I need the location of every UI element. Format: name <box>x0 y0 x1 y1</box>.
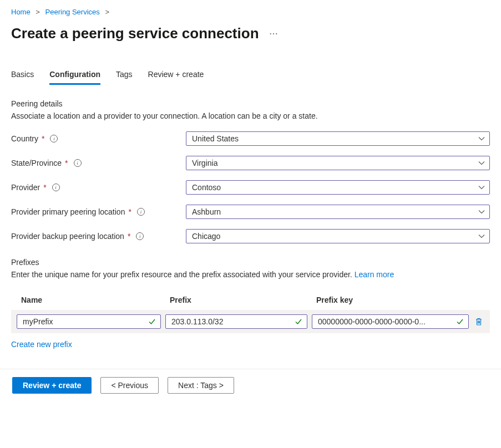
learn-more-link[interactable]: Learn more <box>355 270 394 279</box>
tab-configuration[interactable]: Configuration <box>49 70 100 85</box>
state-dropdown[interactable]: Virginia <box>186 156 490 170</box>
tab-review-create[interactable]: Review + create <box>148 70 204 85</box>
footer: Review + create < Previous Next : Tags > <box>0 369 501 405</box>
info-icon[interactable]: i <box>74 159 82 167</box>
backup-location-label: Provider backup peering location* i <box>11 232 186 241</box>
prefixes-description: Enter the unique name for your prefix re… <box>11 270 490 279</box>
chevron-down-icon <box>478 233 485 240</box>
primary-location-label: Provider primary peering location* i <box>11 207 186 216</box>
backup-location-value: Chicago <box>192 232 220 241</box>
prefix-row: myPrefix 203.0.113.0/32 00000000-0000-00… <box>11 310 490 333</box>
provider-dropdown[interactable]: Contoso <box>186 180 490 195</box>
breadcrumb-separator: > <box>105 8 109 16</box>
state-value: Virginia <box>192 159 217 167</box>
country-label: Country* i <box>11 134 186 143</box>
trash-icon <box>474 317 483 326</box>
chevron-down-icon <box>478 135 485 142</box>
column-name: Name <box>21 296 170 304</box>
breadcrumb-home[interactable]: Home <box>11 8 31 16</box>
country-dropdown[interactable]: United States <box>186 131 490 146</box>
delete-prefix-button[interactable] <box>473 316 484 327</box>
required-indicator: * <box>42 134 44 143</box>
provider-value: Contoso <box>192 183 221 192</box>
tab-tags[interactable]: Tags <box>116 70 133 85</box>
prefix-name-input[interactable]: myPrefix <box>17 314 161 329</box>
breadcrumb-separator: > <box>36 8 40 16</box>
tabs: Basics Configuration Tags Review + creat… <box>11 70 490 85</box>
primary-location-dropdown[interactable]: Ashburn <box>186 205 490 219</box>
chevron-down-icon <box>478 160 485 166</box>
check-icon <box>295 318 302 325</box>
required-indicator: * <box>128 207 131 216</box>
required-indicator: * <box>65 159 68 167</box>
backup-location-dropdown[interactable]: Chicago <box>186 229 490 243</box>
prefix-key-input[interactable]: 00000000-0000-0000-0000-0... <box>312 314 469 329</box>
info-icon[interactable]: i <box>50 135 58 142</box>
breadcrumb-peering-services[interactable]: Peering Services <box>45 8 100 16</box>
check-icon <box>148 318 156 325</box>
country-value: United States <box>192 134 239 143</box>
tab-basics[interactable]: Basics <box>11 70 34 85</box>
next-button[interactable]: Next : Tags > <box>168 377 234 394</box>
chevron-down-icon <box>478 208 485 215</box>
check-icon <box>456 318 464 325</box>
required-indicator: * <box>128 232 130 241</box>
column-prefix-key: Prefix key <box>316 296 480 304</box>
chevron-down-icon <box>478 184 485 191</box>
prefixes-heading: Prefixes <box>11 258 490 267</box>
primary-location-value: Ashburn <box>192 207 221 216</box>
info-icon[interactable]: i <box>52 184 60 191</box>
info-icon[interactable]: i <box>136 232 144 240</box>
create-new-prefix-link[interactable]: Create new prefix <box>11 340 72 349</box>
previous-button[interactable]: < Previous <box>100 377 159 394</box>
prefix-table-header: Name Prefix Prefix key <box>11 290 490 310</box>
state-label: State/Province* i <box>11 159 186 167</box>
prefix-value-input[interactable]: 203.0.113.0/32 <box>165 314 307 329</box>
breadcrumb: Home > Peering Services > <box>11 8 490 16</box>
required-indicator: * <box>43 183 46 192</box>
peering-details-heading: Peering details <box>11 99 490 108</box>
peering-details-description: Associate a location and a provider to y… <box>11 111 490 120</box>
review-create-button[interactable]: Review + create <box>12 377 92 394</box>
info-icon[interactable]: i <box>137 208 145 216</box>
provider-label: Provider* i <box>11 183 186 192</box>
more-actions-button[interactable]: ⋯ <box>269 28 279 39</box>
column-prefix: Prefix <box>170 296 316 304</box>
page-title: Create a peering service connection <box>11 25 259 42</box>
